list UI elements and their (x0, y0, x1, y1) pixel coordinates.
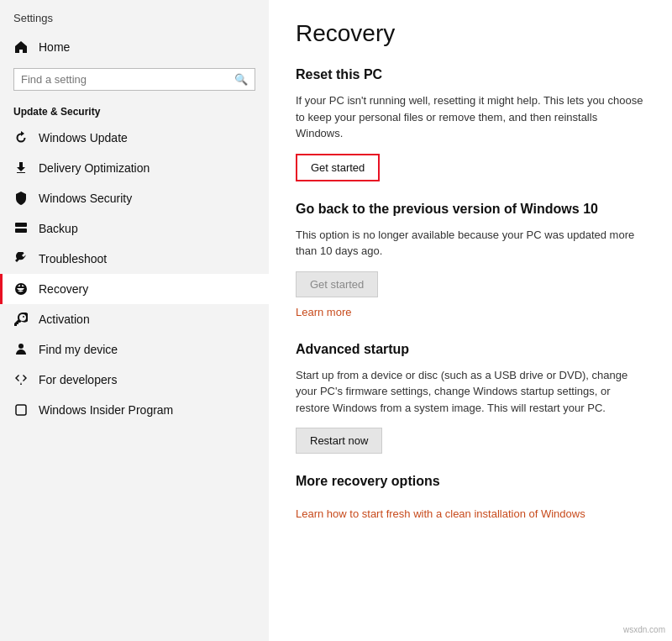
sidebar: Settings Home 🔍 Update & Security Window… (0, 0, 269, 641)
sidebar-item-recovery[interactable]: Recovery (0, 274, 269, 304)
insider-icon (13, 402, 29, 418)
reset-pc-desc: If your PC isn't running well, resetting… (296, 92, 645, 142)
go-back-title: Go back to the previous version of Windo… (296, 202, 645, 217)
go-back-desc: This option is no longer available becau… (296, 227, 645, 260)
svg-point-3 (24, 230, 25, 232)
refresh-icon (13, 130, 29, 145)
wrench-icon (13, 251, 29, 266)
sidebar-item-insider[interactable]: Windows Insider Program (0, 395, 269, 425)
reset-pc-title: Reset this PC (296, 67, 645, 82)
search-icon: 🔍 (234, 73, 248, 86)
sidebar-item-activation[interactable]: Activation (0, 304, 269, 334)
watermark: wsxdn.com (623, 625, 665, 634)
sidebar-item-windows-update[interactable]: Windows Update (0, 123, 269, 153)
svg-point-2 (24, 224, 25, 226)
sidebar-label-delivery-optimization: Delivery Optimization (39, 161, 150, 175)
sidebar-item-backup[interactable]: Backup (0, 213, 269, 244)
home-icon (13, 39, 29, 55)
sidebar-item-find-device[interactable]: Find my device (0, 334, 269, 365)
sidebar-label-recovery: Recovery (39, 282, 88, 296)
person-icon (13, 342, 29, 357)
section-go-back: Go back to the previous version of Windo… (296, 202, 645, 322)
sidebar-label-insider: Windows Insider Program (39, 403, 173, 417)
svg-rect-5 (16, 405, 26, 415)
sidebar-label-windows-update: Windows Update (39, 131, 128, 144)
search-container: 🔍 (0, 63, 269, 99)
home-label: Home (39, 40, 70, 54)
shield-icon (13, 191, 29, 206)
key-icon (13, 312, 29, 327)
advanced-startup-title: Advanced startup (296, 342, 645, 357)
more-recovery-link[interactable]: Learn how to start fresh with a clean in… (296, 507, 585, 520)
page-title: Recovery (296, 20, 645, 47)
sidebar-label-developers: For developers (39, 373, 117, 386)
sidebar-item-delivery-optimization[interactable]: Delivery Optimization (0, 153, 269, 183)
sidebar-label-troubleshoot: Troubleshoot (39, 252, 107, 265)
tools-icon (13, 372, 29, 387)
sidebar-label-backup: Backup (39, 222, 78, 235)
restart-now-button[interactable]: Restart now (296, 428, 382, 454)
go-back-button: Get started (296, 271, 378, 297)
backup-icon (13, 221, 29, 236)
sidebar-label-windows-security: Windows Security (39, 192, 132, 205)
reset-pc-button[interactable]: Get started (296, 154, 380, 181)
app-title: Settings (0, 0, 269, 31)
download-icon (13, 160, 29, 176)
section-header: Update & Security (0, 99, 269, 123)
sidebar-label-find-device: Find my device (39, 343, 118, 356)
sidebar-item-developers[interactable]: For developers (0, 365, 269, 395)
more-recovery-title: More recovery options (296, 474, 645, 489)
learn-more-link[interactable]: Learn more (296, 306, 351, 318)
sidebar-item-troubleshoot[interactable]: Troubleshoot (0, 244, 269, 274)
section-advanced-startup: Advanced startup Start up from a device … (296, 342, 645, 454)
sidebar-label-activation: Activation (39, 313, 90, 326)
recovery-icon (13, 281, 29, 297)
search-input[interactable] (21, 73, 231, 86)
sidebar-item-windows-security[interactable]: Windows Security (0, 183, 269, 213)
section-more-recovery: More recovery options Learn how to start… (296, 474, 645, 521)
svg-point-4 (18, 344, 24, 349)
advanced-startup-desc: Start up from a device or disc (such as … (296, 367, 645, 417)
main-content: Recovery Reset this PC If your PC isn't … (269, 0, 672, 641)
sidebar-item-home[interactable]: Home (0, 31, 269, 63)
search-box[interactable]: 🔍 (13, 68, 255, 91)
section-reset-pc: Reset this PC If your PC isn't running w… (296, 67, 645, 181)
